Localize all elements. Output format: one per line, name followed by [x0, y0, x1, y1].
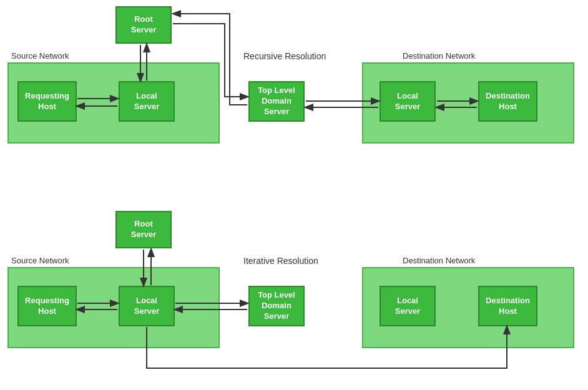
bottom-section-label: Iterative Resolution: [243, 256, 318, 266]
top-dest-network-label: Destination Network: [403, 51, 475, 61]
bottom-root-server: RootServer: [115, 211, 172, 248]
bottom-requesting-host: RequestingHost: [17, 286, 77, 326]
bottom-local-server-src: LocalServer: [119, 286, 175, 326]
top-local-server-src: LocalServer: [119, 81, 175, 122]
top-local-server-dst: LocalServer: [380, 81, 436, 122]
top-destination-host: DestinationHost: [478, 81, 537, 122]
bottom-destination-host: DestinationHost: [478, 286, 537, 326]
top-root-server: RootServer: [115, 6, 172, 44]
diagram-container: Source Network Destination Network Recur…: [0, 0, 588, 390]
top-tld-server: Top LevelDomainServer: [248, 81, 305, 122]
bottom-local-server-dst: LocalServer: [380, 286, 436, 326]
top-section-label: Recursive Resolution: [243, 51, 326, 61]
bottom-source-network-label: Source Network: [11, 256, 69, 265]
top-requesting-host: RequestingHost: [17, 81, 77, 122]
bottom-dest-network-label: Destination Network: [403, 256, 475, 265]
top-source-network-label: Source Network: [11, 51, 69, 61]
bottom-tld-server: Top LevelDomainServer: [248, 286, 305, 326]
